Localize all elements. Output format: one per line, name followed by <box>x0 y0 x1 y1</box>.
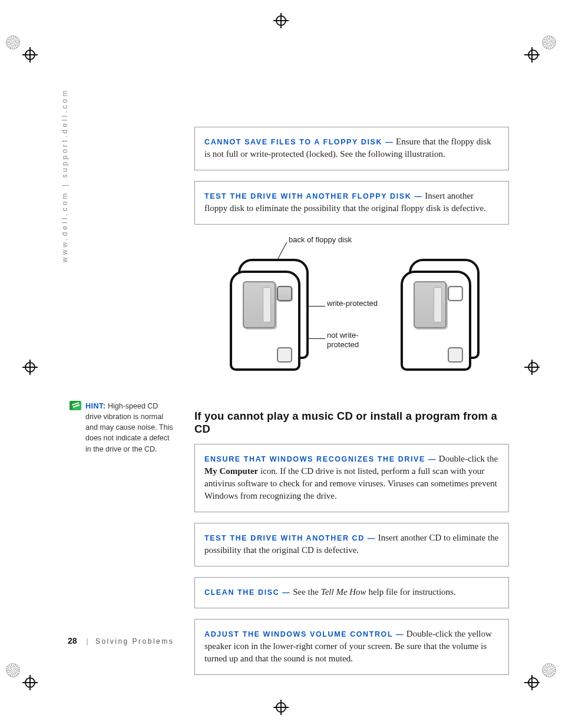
crop-mark-icon <box>6 35 35 65</box>
illus-label-back: back of floppy disk <box>289 235 352 244</box>
tip-box: ENSURE THAT WINDOWS RECOGNIZES THE DRIVE… <box>194 444 509 512</box>
footer-section: Solving Problems <box>95 637 174 645</box>
tip-lead: ADJUST THE WINDOWS VOLUME CONTROL — <box>204 630 404 638</box>
main-column: CANNOT SAVE FILES TO A FLOPPY DISK — Ens… <box>194 127 509 675</box>
crop-mark-icon <box>266 6 296 35</box>
floppy-icon <box>401 259 471 371</box>
section-heading: If you cannot play a music CD or install… <box>194 410 509 436</box>
content-area: HINT: High-speed CD drive vibration is n… <box>68 127 509 686</box>
page-number: 28 <box>68 636 77 645</box>
tip-box: TEST THE DRIVE WITH ANOTHER CD — Insert … <box>194 523 509 566</box>
tip-body-suffix: help file for instructions. <box>366 587 456 597</box>
crop-mark-icon <box>527 35 556 65</box>
footer-separator: | <box>86 637 90 645</box>
tip-lead: CLEAN THE DISC — <box>204 588 290 597</box>
hint-icon <box>70 401 81 410</box>
illus-label-nwp-line2: protected <box>327 340 359 349</box>
floppy-illustration: back of floppy disk write-protected not … <box>218 235 509 394</box>
page-footer: 28 | Solving Problems <box>68 636 174 645</box>
tip-lead: ENSURE THAT WINDOWS RECOGNIZES THE DRIVE… <box>204 455 437 463</box>
tip-body-bold: My Computer <box>204 466 258 476</box>
crop-mark-icon <box>6 348 35 377</box>
tip-lead: TEST THE DRIVE WITH ANOTHER FLOPPY DISK … <box>204 192 422 200</box>
page: www.dell.com | support.dell.com HINT: Hi… <box>0 0 562 728</box>
hint-label: HINT: <box>85 402 105 410</box>
tip-box: TEST THE DRIVE WITH ANOTHER FLOPPY DISK … <box>194 181 509 225</box>
hint-sidebar: HINT: High-speed CD drive vibration is n… <box>68 401 174 454</box>
tip-body-italic: Tell Me How <box>321 587 366 597</box>
crop-mark-icon <box>527 663 556 693</box>
illus-label-nwp-line1: not write- <box>327 331 358 340</box>
tip-lead: TEST THE DRIVE WITH ANOTHER CD — <box>204 534 376 542</box>
illus-label-wp: write-protected <box>327 299 378 308</box>
tip-body-prefix: See the <box>293 587 320 597</box>
tip-box: CLEAN THE DISC — See the Tell Me How hel… <box>194 577 509 608</box>
tip-lead: CANNOT SAVE FILES TO A FLOPPY DISK — <box>204 138 394 146</box>
crop-mark-icon <box>6 663 35 693</box>
illus-label-nwp: not write- protected <box>327 331 359 350</box>
crop-mark-icon <box>266 693 296 722</box>
tip-box: ADJUST THE WINDOWS VOLUME CONTROL — Doub… <box>194 619 509 675</box>
crop-mark-icon <box>527 348 556 377</box>
floppy-icon <box>230 259 300 371</box>
tip-body-prefix: Double-click the <box>439 454 498 463</box>
hint-text: HINT: High-speed CD drive vibration is n… <box>85 401 174 454</box>
tip-box: CANNOT SAVE FILES TO A FLOPPY DISK — Ens… <box>194 127 509 170</box>
